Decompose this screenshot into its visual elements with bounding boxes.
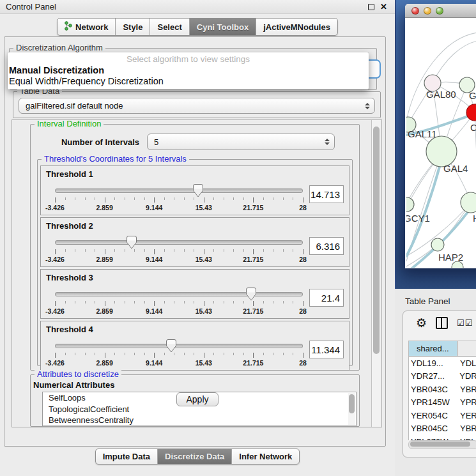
cell-name[interactable]: YER0 [457, 411, 476, 420]
tick-label: 28 [299, 307, 307, 315]
network-window-titlebar[interactable] [405, 4, 476, 18]
mac-minimize-button[interactable] [424, 7, 431, 15]
tab-jactivemnodules[interactable]: jActiveMNodules [256, 19, 337, 35]
tick-mark [134, 197, 135, 200]
threshold-value-field[interactable]: 21.4 [309, 289, 344, 307]
network-node[interactable] [431, 238, 444, 251]
control-panel: Control Panel ✕ NetworkStyleSelectCyni T… [0, 0, 395, 476]
tick-mark [65, 301, 66, 303]
node-label: C [470, 122, 476, 133]
table-row[interactable]: YBR045CYBR0 [409, 422, 476, 436]
tab-style[interactable]: Style [115, 19, 150, 35]
columns-icon[interactable] [436, 317, 448, 329]
tick-mark [184, 353, 185, 355]
table-row[interactable]: YPR145WYPR1 [409, 396, 476, 410]
network-node[interactable] [466, 104, 476, 121]
cell-shared-name[interactable]: YPR145W [409, 397, 457, 407]
control-panel-titlebar: Control Panel ✕ [0, 0, 395, 14]
tick-mark [114, 249, 115, 252]
tick-mark [65, 353, 66, 355]
cell-name[interactable]: YBR0 [457, 424, 476, 433]
cell-shared-name[interactable]: YBR043C [409, 385, 457, 394]
column-header-name[interactable]: n [457, 341, 476, 357]
threshold-label: Threshold 2 [46, 221, 344, 231]
cell-name[interactable]: YPR1 [457, 397, 476, 407]
column-header-shared-name[interactable]: shared... [409, 341, 457, 357]
tick-mark [253, 301, 254, 306]
cell-shared-name[interactable]: YER054C [409, 411, 457, 420]
cell-name[interactable]: YDL1 [457, 358, 476, 368]
slider-threshold-3[interactable]: -3.4262.8599.14415.4321.71528 [55, 288, 303, 316]
slider-thumb[interactable] [127, 236, 137, 249]
node-label: GCY1 [406, 213, 430, 224]
table-data-combobox[interactable]: galFiltered.sif default node [19, 98, 375, 114]
slider-thumb[interactable] [246, 288, 256, 301]
settings-scrollbar[interactable] [371, 120, 381, 427]
table-row[interactable]: YBL079WYBL0 [409, 435, 476, 440]
cell-name[interactable]: YBR0 [457, 385, 476, 394]
tick-mark [95, 301, 95, 303]
threshold-value-field[interactable]: 11.344 [309, 341, 344, 358]
tab-impute-data[interactable]: Impute Data [96, 449, 157, 464]
slider-threshold-2[interactable]: -3.4262.8599.14415.4321.71528 [55, 236, 303, 264]
threshold-value-field[interactable]: 6.316 [309, 237, 344, 255]
tick-mark [184, 197, 185, 200]
number-of-intervals-spinner[interactable]: 5 [147, 134, 335, 150]
cell-shared-name[interactable]: YBR045C [409, 424, 457, 433]
tick-label: 21.715 [243, 359, 263, 367]
table-hscrollbar[interactable] [408, 440, 476, 449]
tick-mark [213, 301, 214, 303]
tick-mark [293, 197, 293, 200]
network-canvas[interactable]: GAL80GACGAL11GAL4GCY1HHAP2 [406, 19, 476, 268]
tab-select[interactable]: Select [150, 19, 188, 35]
slider-track[interactable] [55, 240, 303, 245]
slider-threshold-4[interactable]: -3.4262.8599.14415.4321.71528 [55, 339, 303, 367]
tick-mark [273, 197, 273, 200]
slider-track[interactable] [55, 292, 303, 296]
list-scrollbar-thumb[interactable] [349, 394, 355, 413]
network-node[interactable] [461, 192, 476, 213]
popup-item-manual-discretization[interactable]: Manual Discretization [8, 65, 369, 76]
cell-shared-name[interactable]: YDR27... [409, 371, 457, 381]
apply-button[interactable]: Apply [176, 392, 219, 406]
tab-infer-network[interactable]: Infer Network [231, 449, 299, 464]
threshold-value-field[interactable]: 14.713 [309, 185, 344, 203]
mac-zoom-button[interactable] [436, 7, 443, 15]
mac-close-button[interactable] [411, 7, 419, 15]
cell-name[interactable]: YDR2 [457, 371, 476, 381]
tick-mark [95, 249, 95, 252]
tab-cyni-toolbox[interactable]: Cyni Toolbox [189, 19, 256, 35]
tick-mark [303, 197, 303, 203]
close-icon[interactable]: ✕ [380, 3, 387, 11]
float-window-icon[interactable] [368, 4, 374, 10]
checkboxes-icon[interactable]: ☑☑ [457, 318, 473, 328]
slider-track[interactable] [55, 188, 303, 193]
slider-track[interactable] [55, 344, 303, 348]
table-hscrollbar-thumb[interactable] [410, 441, 470, 447]
attribute-item-betweennesscentrality[interactable]: BetweennessCentrality [43, 415, 356, 426]
table-row[interactable]: YDL19...YDL1 [409, 357, 476, 370]
network-node[interactable] [426, 136, 457, 167]
tick-mark [144, 197, 145, 200]
popup-item-equal-width-frequency-discretization[interactable]: Equal Width/Frequency Discretization [8, 76, 369, 87]
table-row[interactable]: YER054CYER0 [409, 409, 476, 422]
tick-mark [164, 249, 165, 252]
table-row[interactable]: YDR27...YDR2 [409, 370, 476, 383]
table-row[interactable]: YBR043CYBR0 [409, 383, 476, 396]
slider-threshold-1[interactable]: -3.4262.8599.14415.4321.71528 [55, 184, 303, 212]
list-scrollbar[interactable] [348, 393, 355, 425]
tick-label: 2.859 [96, 359, 112, 367]
attributes-group-title: Attributes to discretize [35, 370, 121, 379]
settings-scrollbar-thumb[interactable] [373, 127, 380, 354]
slider-thumb[interactable] [166, 339, 176, 353]
network-graph[interactable]: GAL80GACGAL11GAL4GCY1HHAP2 [406, 19, 476, 268]
slider-thumb[interactable] [193, 184, 203, 197]
network-node[interactable] [406, 197, 414, 211]
tick-mark [213, 249, 214, 252]
tab-discretize-data[interactable]: Discretize Data [157, 449, 231, 464]
tab-network[interactable]: Network [58, 19, 115, 35]
threshold-panel-threshold-1: Threshold 1-3.4262.8599.14415.4321.71528… [40, 165, 349, 215]
spinner-arrows-icon [325, 139, 330, 145]
gear-icon[interactable]: ⚙ [416, 318, 427, 329]
cell-shared-name[interactable]: YDL19... [409, 358, 457, 368]
